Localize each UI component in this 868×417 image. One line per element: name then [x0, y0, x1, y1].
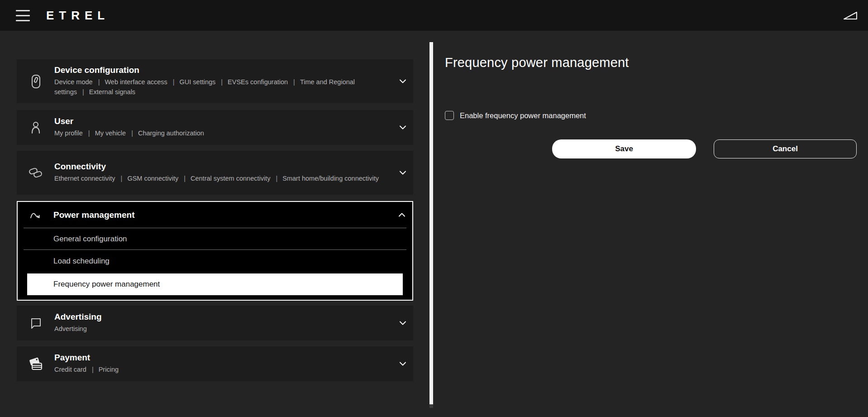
menu-item-load-scheduling[interactable]: Load scheduling [18, 250, 412, 273]
scrollbar-end [429, 404, 433, 408]
chevron-up-icon[interactable] [391, 213, 412, 217]
sidebar-section-device-configuration[interactable]: Device configuration Device modeWeb inte… [17, 59, 413, 103]
chevron-down-icon[interactable] [392, 346, 413, 381]
speech-bubble-icon [17, 306, 54, 340]
sidebar-section-user[interactable]: User My profileMy vehicleCharging author… [17, 110, 413, 145]
section-title: Payment [54, 353, 390, 363]
link-credit-card[interactable]: Credit card [54, 366, 86, 373]
chevron-down-icon[interactable] [392, 59, 413, 103]
link-gui-settings[interactable]: GUI settings [167, 78, 216, 86]
charging-station-icon [17, 59, 54, 103]
chevron-down-icon[interactable] [392, 306, 413, 340]
hamburger-menu-icon[interactable] [16, 10, 30, 21]
link-external-signals[interactable]: External signals [77, 88, 135, 96]
enable-frequency-checkbox[interactable] [445, 111, 454, 120]
enable-frequency-row: Enable frequency power management [445, 111, 857, 120]
section-title: Connectivity [54, 162, 390, 172]
save-button[interactable]: Save [552, 139, 696, 158]
section-title: Power management [53, 210, 391, 220]
link-ethernet-connectivity[interactable]: Ethernet connectivity [54, 175, 115, 182]
section-title: Device configuration [54, 65, 390, 75]
sidebar-section-power-management: Power management General configuration L… [17, 201, 413, 301]
chevron-down-icon[interactable] [392, 110, 413, 145]
sidebar-section-advertising[interactable]: Advertising Advertising [17, 306, 413, 340]
etrel-logo: ETREL [46, 9, 110, 23]
section-links: My profileMy vehicleCharging authorizati… [54, 129, 390, 139]
section-title: Advertising [54, 312, 390, 322]
link-advertising[interactable]: Advertising [54, 325, 87, 332]
settings-sidebar: Device configuration Device modeWeb inte… [17, 59, 413, 387]
sidebar-section-payment[interactable]: Payment Credit cardPricing [17, 346, 413, 381]
signal-strength-icon [843, 10, 858, 20]
link-web-interface-access[interactable]: Web interface access [93, 78, 167, 86]
page-title: Frequency power management [445, 55, 857, 70]
link-evses-configuration[interactable]: EVSEs configuration [215, 78, 288, 86]
scrollbar-thumb[interactable] [429, 42, 433, 404]
etrel-configuration-app: ETREL Device configuration Device mode [0, 0, 868, 417]
section-title: User [54, 116, 390, 126]
link-gsm-connectivity[interactable]: GSM connectivity [115, 175, 179, 182]
link-my-profile[interactable]: My profile [54, 129, 83, 137]
link-my-vehicle[interactable]: My vehicle [83, 129, 126, 137]
link-device-mode[interactable]: Device mode [54, 78, 93, 86]
cancel-button[interactable]: Cancel [714, 139, 857, 158]
menu-item-frequency-power-management[interactable]: Frequency power management [27, 273, 403, 295]
link-charging-authorization[interactable]: Charging authorization [126, 129, 204, 137]
section-links: Ethernet connectivityGSM connectivityCen… [54, 174, 390, 184]
vertical-scrollbar[interactable] [429, 42, 433, 408]
user-icon [17, 110, 54, 145]
credit-card-icon [17, 346, 54, 381]
sidebar-section-connectivity[interactable]: Connectivity Ethernet connectivityGSM co… [17, 151, 413, 195]
section-links: Device modeWeb interface accessGUI setti… [54, 77, 390, 97]
chevron-down-icon[interactable] [392, 151, 413, 195]
link-pricing[interactable]: Pricing [86, 366, 119, 373]
link-central-system-connectivity[interactable]: Central system connectivity [178, 175, 270, 182]
frequency-power-management-panel: Frequency power management Enable freque… [445, 31, 857, 158]
form-actions: Save Cancel [552, 139, 857, 158]
top-bar: ETREL [0, 0, 868, 31]
power-management-header[interactable]: Power management [18, 202, 412, 228]
section-links: Credit cardPricing [54, 365, 390, 375]
section-links: Advertising [54, 324, 390, 334]
chain-link-icon [17, 151, 54, 195]
frequency-wave-icon [18, 210, 53, 220]
menu-item-general-configuration[interactable]: General configuration [18, 228, 412, 249]
link-smart-home-building-connectivity[interactable]: Smart home/building connectivity [270, 175, 379, 182]
enable-frequency-label: Enable frequency power management [460, 111, 586, 120]
